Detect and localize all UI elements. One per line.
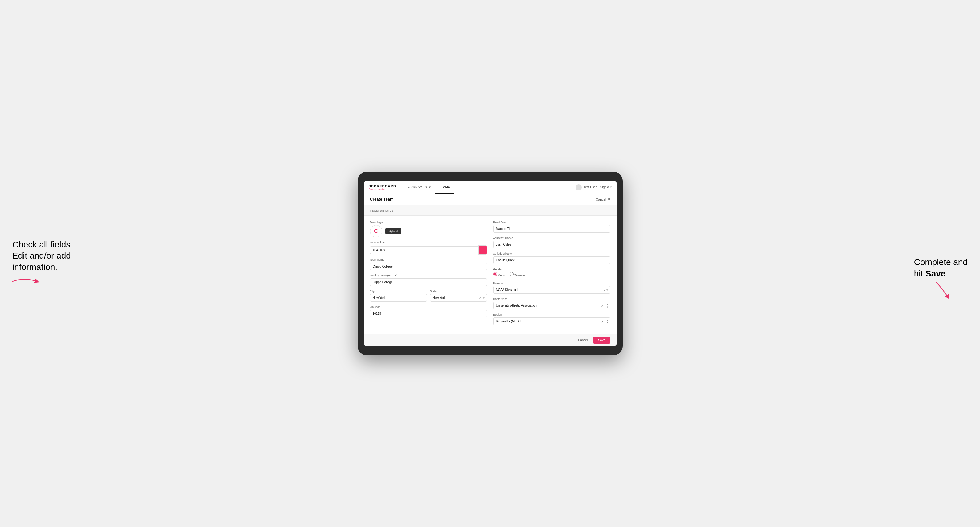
gender-mens-radio[interactable]: Mens (493, 272, 505, 277)
athletic-dir-field: Athletic Director (493, 252, 610, 264)
save-button[interactable]: Save (593, 337, 610, 344)
tablet-screen: SCOREBOARD Powered by clippd TOURNAMENTS… (364, 181, 617, 346)
conference-label: Conference (493, 297, 610, 300)
upload-logo-button[interactable]: Upload (385, 228, 402, 234)
team-logo-section: Team logo C Upload (370, 221, 487, 237)
region-label: Region (493, 313, 610, 316)
app-logo: SCOREBOARD Powered by clippd (369, 184, 396, 190)
city-field: City (370, 290, 427, 302)
team-name-label: Team name (370, 258, 487, 261)
close-icon: ✕ (608, 197, 610, 201)
user-info: Test User | Sign out (576, 184, 611, 190)
state-clear-icon[interactable]: ✕ (479, 297, 482, 300)
zip-field: Zip code (370, 305, 487, 317)
region-select[interactable]: Region II - (M) DIII Region I - (M) DIII… (493, 317, 610, 325)
gender-field: Gender Mens Womens (493, 268, 610, 278)
user-label: Test User | (584, 186, 598, 189)
region-clear-icon[interactable]: ✕ (601, 320, 604, 323)
tab-tournaments[interactable]: TOURNAMENTS (402, 181, 435, 194)
section-label: TEAM DETAILS (370, 209, 394, 212)
tablet-device: SCOREBOARD Powered by clippd TOURNAMENTS… (358, 171, 623, 356)
team-name-input[interactable] (370, 263, 487, 270)
state-label: State (430, 290, 487, 293)
asst-coach-label: Assistant Coach (493, 237, 610, 240)
cancel-button[interactable]: Cancel (575, 337, 591, 343)
display-name-input[interactable] (370, 278, 487, 286)
avatar (576, 184, 582, 190)
navigation-bar: SCOREBOARD Powered by clippd TOURNAMENTS… (364, 181, 617, 194)
logo-title: SCOREBOARD (369, 184, 396, 188)
nav-tabs: TOURNAMENTS TEAMS (402, 181, 576, 194)
team-colour-field: Team colour (370, 241, 487, 254)
gender-womens-radio[interactable]: Womens (509, 272, 525, 277)
state-field: State New York California Texas Florida … (430, 290, 487, 302)
city-label: City (370, 290, 427, 293)
gender-label: Gender (493, 268, 610, 271)
asst-coach-input[interactable] (493, 241, 610, 248)
form-body: Team logo C Upload Team colour (364, 216, 617, 334)
division-select-wrap: NCAA Division III NCAA Division I NCAA D… (493, 286, 610, 294)
conference-clear-icon[interactable]: ✕ (601, 304, 604, 307)
display-name-field: Display name (unique) (370, 274, 487, 286)
state-select-wrap: New York California Texas Florida ✕ ▼ (430, 294, 487, 302)
team-colour-label: Team colour (370, 241, 487, 244)
city-input[interactable] (370, 294, 427, 302)
head-coach-input[interactable] (493, 225, 610, 233)
head-coach-label: Head Coach (493, 221, 610, 224)
conference-select-wrap: University Athletic Association Atlantic… (493, 302, 610, 310)
zip-label: Zip code (370, 305, 487, 308)
team-colour-input[interactable] (370, 246, 479, 254)
team-logo-label: Team logo (370, 221, 487, 224)
form-col-right: Head Coach Assistant Coach Athletic Dire… (493, 221, 610, 329)
section-team-details: TEAM DETAILS (364, 205, 617, 216)
signout-link[interactable]: Sign out (600, 186, 612, 189)
left-annotation: Check all fields. Edit and/or add inform… (12, 239, 73, 287)
division-label: Division (493, 282, 610, 285)
state-select[interactable]: New York California Texas Florida (430, 294, 487, 302)
team-name-field: Team name (370, 258, 487, 270)
division-field: Division NCAA Division III NCAA Division… (493, 282, 610, 294)
cancel-header-button[interactable]: Cancel ✕ (596, 197, 610, 201)
division-select[interactable]: NCAA Division III NCAA Division I NCAA D… (493, 286, 610, 294)
form-col-left: Team logo C Upload Team colour (370, 221, 487, 329)
conference-field: Conference University Athletic Associati… (493, 297, 610, 310)
asst-coach-field: Assistant Coach (493, 237, 610, 248)
athletic-dir-input[interactable] (493, 256, 610, 264)
athletic-dir-label: Athletic Director (493, 252, 610, 255)
form-footer: Cancel Save (364, 334, 617, 346)
create-team-header: Create Team Cancel ✕ (364, 194, 617, 205)
region-select-wrap: Region II - (M) DIII Region I - (M) DIII… (493, 317, 610, 325)
conference-select[interactable]: University Athletic Association Atlantic… (493, 302, 610, 310)
logo-sub: Powered by clippd (369, 188, 396, 190)
color-swatch[interactable] (479, 245, 487, 254)
tab-teams[interactable]: TEAMS (435, 181, 454, 194)
zip-input[interactable] (370, 310, 487, 317)
display-name-label: Display name (unique) (370, 274, 487, 277)
right-annotation: Complete and hit Save. (914, 257, 968, 300)
page-title: Create Team (370, 197, 394, 202)
team-logo-circle: C (370, 225, 382, 237)
region-field: Region Region II - (M) DIII Region I - (… (493, 313, 610, 325)
head-coach-field: Head Coach (493, 221, 610, 233)
